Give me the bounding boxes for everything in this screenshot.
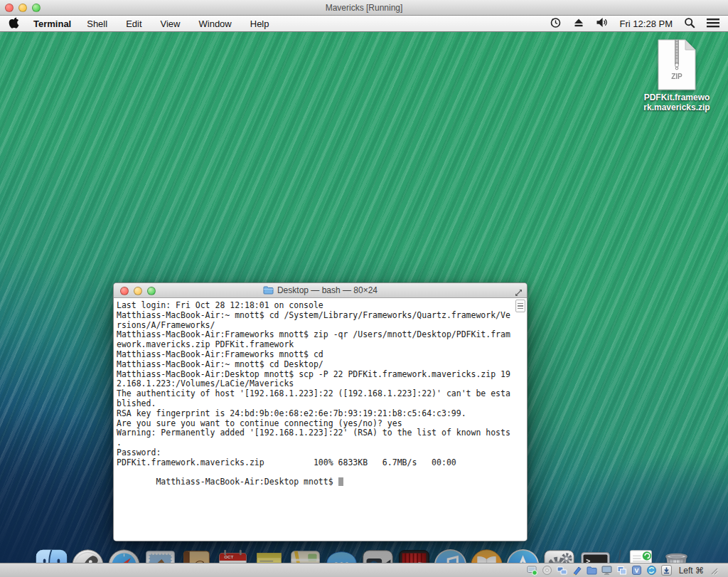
- vm-status-pencil-icon[interactable]: [572, 565, 582, 576]
- menu-item[interactable]: View: [161, 18, 181, 29]
- menu-items: ShellEditViewWindowHelp: [87, 18, 269, 29]
- desktop-file-zip[interactable]: ZIP PDFKit.framewo rk.mavericks.zip: [634, 39, 719, 112]
- apple-menu-icon[interactable]: [9, 17, 19, 30]
- volume-icon[interactable]: [596, 17, 609, 30]
- vm-status-refresh-icon[interactable]: [646, 565, 657, 576]
- menu-item[interactable]: Edit: [126, 18, 141, 29]
- desktop-file-label: PDFKit.framewo rk.mavericks.zip: [634, 92, 719, 112]
- terminal-window-title: Desktop — bash — 80×24: [263, 285, 378, 295]
- vm-status-network-icon[interactable]: [557, 565, 567, 576]
- menu-item[interactable]: Window: [199, 18, 232, 29]
- vm-status-cd-icon[interactable]: [542, 565, 552, 576]
- menu-item[interactable]: Help: [250, 18, 269, 29]
- spotlight-icon[interactable]: [684, 17, 695, 31]
- desktop-wallpaper[interactable]: ZIP PDFKit.framewo rk.mavericks.zip: [0, 32, 728, 563]
- terminal-cursor: [338, 477, 343, 486]
- vm-statusbar: V Left ⌘: [0, 563, 728, 577]
- vm-status-shared-folder-icon[interactable]: [587, 565, 597, 576]
- eject-icon[interactable]: [573, 17, 584, 30]
- terminal-titlebar[interactable]: Desktop — bash — 80×24: [114, 283, 527, 298]
- svg-text:OCT: OCT: [224, 554, 233, 559]
- macos-menubar: Terminal ShellEditViewWindowHelp Fri 12:…: [0, 16, 728, 32]
- terminal-line: Last login: Fri Oct 28 12:18:01 on conso…: [117, 301, 524, 311]
- terminal-close-button[interactable]: [120, 287, 129, 295]
- terminal-line: Matthiass-MacBook-Air:~ mnott$ cd /Syste…: [117, 311, 524, 321]
- menu-item[interactable]: Shell: [87, 18, 107, 29]
- vm-close-button[interactable]: [5, 4, 14, 12]
- folder-icon: [263, 286, 274, 295]
- vm-status-windows-icon[interactable]: [616, 565, 627, 576]
- menu-app-name[interactable]: Terminal: [33, 18, 71, 29]
- terminal-minimize-button[interactable]: [134, 287, 142, 295]
- terminal-zoom-button[interactable]: [147, 287, 156, 295]
- vm-status-hdd-icon[interactable]: [527, 565, 537, 576]
- vm-status-features-icon[interactable]: V: [631, 565, 642, 576]
- time-machine-icon[interactable]: [550, 16, 562, 31]
- terminal-output: Last login: Fri Oct 28 12:18:01 on conso…: [117, 301, 524, 468]
- vm-status-display-icon[interactable]: [601, 565, 612, 576]
- vm-zoom-button[interactable]: [32, 4, 41, 12]
- terminal-line: Matthiass-MacBook-Air:~ mnott$ cd Deskto…: [117, 360, 524, 370]
- terminal-line: Are you sure you want to continue connec…: [117, 419, 524, 429]
- vm-host-key-label: Left ⌘: [679, 566, 704, 576]
- vm-status-autoresize-icon[interactable]: [661, 565, 672, 576]
- terminal-line: Matthiass-MacBook-Air:Frameworks mnott$ …: [117, 330, 524, 340]
- vm-window-titlebar[interactable]: Mavericks [Running]: [0, 0, 728, 16]
- terminal-prompt-line: Matthiass-MacBook-Air:Desktop mnott$: [117, 468, 524, 497]
- terminal-line: Warning: Permanently added '[192.168.1.2…: [117, 428, 524, 438]
- terminal-line: RSA key fingerprint is 24:bd:9b:0e:68:e2…: [117, 409, 524, 419]
- terminal-line: The authenticity of host '[192.168.1.223…: [117, 389, 524, 399]
- terminal-line: rsions/A/Frameworks/: [117, 321, 524, 331]
- svg-text:ZIP: ZIP: [671, 73, 682, 80]
- notification-center-icon[interactable]: [707, 18, 719, 30]
- terminal-line: PDFKit.framework.mavericks.zip 100% 6833…: [117, 458, 524, 468]
- terminal-line: Password:: [117, 448, 524, 458]
- vm-minimize-button[interactable]: [18, 4, 27, 12]
- zip-file-icon: ZIP: [654, 39, 700, 90]
- terminal-line: ework.mavericks.zip PDFKit.framework: [117, 340, 524, 350]
- terminal-line: 2.168.1.223:/Volumes/LaCie/Mavericks: [117, 379, 524, 389]
- scrollbar-widget[interactable]: [515, 300, 525, 312]
- terminal-content[interactable]: Last login: Fri Oct 28 12:18:01 on conso…: [114, 298, 527, 541]
- terminal-line: .: [117, 438, 524, 448]
- vm-resize-grip[interactable]: [710, 566, 718, 575]
- menubar-clock[interactable]: Fri 12:28 PM: [620, 18, 673, 29]
- svg-text:V: V: [634, 567, 638, 574]
- terminal-line: Matthiass-MacBook-Air:Desktop mnott$ scp…: [117, 370, 524, 380]
- terminal-line: Matthiass-MacBook-Air:Frameworks mnott$ …: [117, 350, 524, 360]
- vm-window-title: Mavericks [Running]: [0, 3, 728, 13]
- terminal-window: Desktop — bash — 80×24 Last login: Fri O…: [113, 282, 528, 541]
- terminal-line: blished.: [117, 399, 524, 409]
